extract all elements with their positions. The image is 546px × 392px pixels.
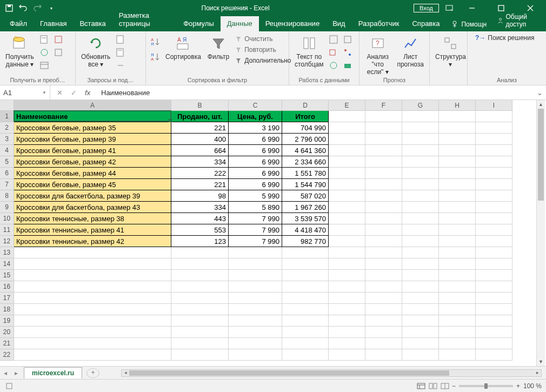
sort-desc-icon[interactable]: ЯА <box>149 51 161 63</box>
filter-button[interactable]: Фильтр <box>205 34 231 62</box>
data-val-icon[interactable] <box>328 59 339 71</box>
col-header-F[interactable]: F <box>365 100 402 111</box>
tab-home[interactable]: Главная <box>34 16 73 31</box>
hscroll-thumb[interactable] <box>129 370 449 376</box>
cell[interactable]: 6 990 <box>229 156 282 168</box>
cell[interactable] <box>402 122 439 134</box>
col-header-C[interactable]: C <box>229 100 282 111</box>
formula-input[interactable]: Наименование <box>97 89 533 97</box>
cell[interactable] <box>402 156 439 168</box>
cell[interactable] <box>329 145 365 156</box>
cell[interactable] <box>329 304 365 315</box>
save-icon[interactable] <box>3 2 15 14</box>
cell[interactable] <box>439 111 476 122</box>
cell[interactable]: 1 967 260 <box>282 202 329 213</box>
cell[interactable]: 664 <box>171 145 229 156</box>
cell[interactable] <box>171 315 229 327</box>
cell[interactable] <box>402 315 439 327</box>
cell[interactable] <box>476 111 512 122</box>
cell[interactable] <box>229 293 282 304</box>
recent-icon[interactable] <box>52 34 64 45</box>
cell[interactable] <box>14 270 171 281</box>
cell[interactable] <box>402 145 439 156</box>
from-text-icon[interactable] <box>38 34 50 45</box>
cell[interactable] <box>402 349 439 361</box>
minimize-icon[interactable] <box>460 0 484 16</box>
cell[interactable] <box>402 338 439 349</box>
row-header-9[interactable]: 9 <box>0 202 14 213</box>
cell[interactable]: 1 551 780 <box>282 168 329 179</box>
cell[interactable] <box>476 122 512 134</box>
cell[interactable]: 3 539 570 <box>282 213 329 224</box>
cell[interactable] <box>171 293 229 304</box>
row-header-11[interactable]: 11 <box>0 224 14 236</box>
cell[interactable] <box>329 270 365 281</box>
sort-asc-icon[interactable]: АЯ <box>149 36 161 48</box>
cell[interactable] <box>476 338 512 349</box>
cell[interactable] <box>439 213 476 224</box>
cell[interactable] <box>476 304 512 315</box>
cell[interactable] <box>329 338 365 349</box>
cell[interactable]: 222 <box>171 168 229 179</box>
tab-developer[interactable]: Разработчик <box>352 16 406 31</box>
share-button[interactable]: Общий доступ <box>492 13 546 31</box>
row-header-4[interactable]: 4 <box>0 145 14 156</box>
cell[interactable] <box>402 190 439 202</box>
cell[interactable] <box>439 327 476 338</box>
page-break-icon[interactable] <box>440 382 450 390</box>
cell[interactable] <box>365 258 402 270</box>
cell[interactable]: Продано, шт. <box>171 111 229 122</box>
row-header-6[interactable]: 6 <box>0 168 14 179</box>
cell[interactable] <box>329 168 365 179</box>
tell-me[interactable]: Помощн <box>446 21 492 31</box>
cell[interactable]: 334 <box>171 202 229 213</box>
row-header-16[interactable]: 16 <box>0 281 14 293</box>
from-web-icon[interactable] <box>38 46 50 58</box>
login-button[interactable]: Вход <box>414 4 439 12</box>
cell[interactable] <box>282 281 329 293</box>
cell[interactable]: 123 <box>171 236 229 247</box>
row-header-5[interactable]: 5 <box>0 156 14 168</box>
cell[interactable] <box>476 156 512 168</box>
sheet-tab[interactable]: microexcel.ru <box>24 367 82 378</box>
cell[interactable] <box>229 281 282 293</box>
cell[interactable] <box>329 122 365 134</box>
cell[interactable] <box>439 293 476 304</box>
cell[interactable]: Итого <box>282 111 329 122</box>
cell[interactable] <box>229 247 282 258</box>
vertical-scrollbar[interactable]: ▲ ▼ <box>536 100 545 366</box>
col-header-I[interactable]: I <box>476 100 512 111</box>
cell[interactable] <box>171 247 229 258</box>
properties-icon[interactable] <box>115 46 126 58</box>
cell[interactable] <box>282 304 329 315</box>
cell[interactable] <box>329 281 365 293</box>
cell[interactable] <box>329 190 365 202</box>
cell[interactable]: 98 <box>171 190 229 202</box>
cell[interactable] <box>329 179 365 190</box>
cell[interactable]: 553 <box>171 224 229 236</box>
cell[interactable] <box>439 145 476 156</box>
cell[interactable] <box>439 156 476 168</box>
cell[interactable]: 7 990 <box>229 224 282 236</box>
cell[interactable] <box>229 304 282 315</box>
row-header-12[interactable]: 12 <box>0 236 14 247</box>
cell[interactable] <box>476 270 512 281</box>
cell[interactable] <box>329 111 365 122</box>
cell[interactable] <box>439 338 476 349</box>
cell[interactable]: Кроссовки беговые, размер 44 <box>14 168 171 179</box>
tab-file[interactable]: Файл <box>3 16 34 31</box>
cell[interactable]: 4 418 470 <box>282 224 329 236</box>
cell[interactable] <box>476 349 512 361</box>
tab-view[interactable]: Вид <box>326 16 352 31</box>
cell[interactable] <box>476 293 512 304</box>
refresh-all-button[interactable]: Обновить все ▾ <box>79 34 112 70</box>
cell[interactable] <box>439 190 476 202</box>
cell[interactable]: 7 990 <box>229 213 282 224</box>
cell[interactable] <box>282 293 329 304</box>
cell[interactable]: Кроссовки для баскетбола, размер 43 <box>14 202 171 213</box>
cell[interactable] <box>282 349 329 361</box>
cell[interactable] <box>402 293 439 304</box>
forecast-button[interactable]: Лист прогноза <box>395 34 426 70</box>
cancel-icon[interactable]: ✕ <box>55 89 64 97</box>
cell[interactable] <box>365 134 402 145</box>
